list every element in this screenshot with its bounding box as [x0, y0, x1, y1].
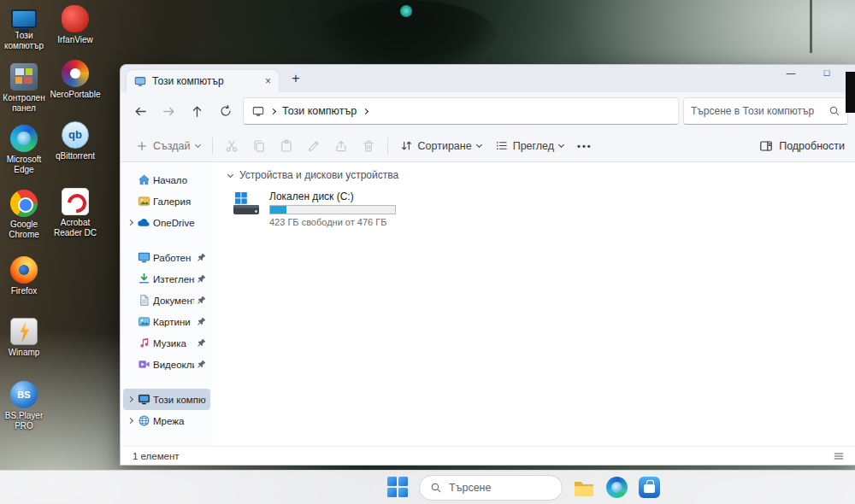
- new-button[interactable]: Създай: [129, 133, 207, 159]
- desktop-icon-microsoft-edge[interactable]: Microsoft Edge: [0, 125, 51, 174]
- sidebar-item-gallery[interactable]: Галерия: [123, 190, 210, 212]
- desktop-icon-google-chrome[interactable]: Google Chrome: [0, 190, 51, 239]
- sidebar-item-home[interactable]: Начало: [123, 169, 210, 190]
- desktop-icon-label: NeroPortable: [48, 90, 103, 100]
- desktop-icon-label: Контролен панел: [0, 93, 51, 113]
- chrome-icon: [10, 190, 38, 217]
- sidebar-item-this-pc[interactable]: Този компютър: [123, 389, 210, 410]
- chevron-down-icon: [194, 142, 200, 148]
- sidebar-item-network[interactable]: Мрежа: [123, 410, 210, 431]
- search-input[interactable]: [691, 105, 823, 117]
- copy-button[interactable]: [245, 133, 273, 159]
- delete-button[interactable]: [355, 133, 382, 159]
- taskbar-edge-button[interactable]: [605, 477, 628, 499]
- sidebar-item-documents[interactable]: Документи: [123, 290, 210, 311]
- address-bar[interactable]: Този компютър: [243, 97, 679, 125]
- paste-button[interactable]: [273, 133, 300, 159]
- rename-button[interactable]: [300, 133, 327, 159]
- desktop-icon-firefox[interactable]: Firefox: [0, 256, 51, 296]
- irfanview-icon: [62, 5, 89, 32]
- files-area: Устройства и дискови устройства: [213, 162, 855, 446]
- desktop-icon-label: Winamp: [0, 348, 51, 358]
- sidebar-item-onedrive[interactable]: OneDrive: [123, 212, 210, 233]
- qbittorrent-icon: [62, 121, 89, 149]
- start-button[interactable]: [386, 477, 409, 499]
- taskbar-store-button[interactable]: [638, 477, 660, 499]
- home-icon: [137, 173, 150, 186]
- chevron-right-icon[interactable]: [127, 419, 134, 423]
- winamp-icon: [10, 318, 38, 345]
- command-bar: Създай Сортиране Преглед: [121, 130, 855, 162]
- group-header-devices[interactable]: Устройства и дискови устройства: [228, 169, 855, 181]
- separator: [387, 138, 388, 155]
- sidebar-item-pictures[interactable]: Картини: [123, 311, 210, 332]
- taskbar-search[interactable]: [419, 475, 563, 501]
- desktop-icon-neroportable[interactable]: NeroPortable: [48, 60, 103, 100]
- view-button[interactable]: Преглед: [488, 133, 570, 159]
- details-view-icon[interactable]: [833, 450, 845, 462]
- pin-icon: [197, 274, 206, 284]
- chevron-down-icon: [476, 142, 482, 148]
- explorer-tab[interactable]: Този компютър ×: [126, 69, 280, 92]
- drive-item-c[interactable]: Локален диск (C:) 423 ГБ свободни от 476…: [228, 188, 412, 230]
- taskbar-search-input[interactable]: [449, 482, 551, 494]
- refresh-button[interactable]: [212, 98, 239, 125]
- desktop-icon-this-pc[interactable]: Този компютър: [0, 5, 51, 50]
- sidebar-item-downloads[interactable]: Изтеглени ф: [123, 268, 210, 290]
- desktop-icon-winamp[interactable]: Winamp: [0, 318, 51, 358]
- sort-button[interactable]: Сортиране: [393, 133, 488, 159]
- sidebar-item-desktop[interactable]: Работен пло: [123, 247, 210, 268]
- desktop-icon-bsplayer[interactable]: BS.Player PRO: [0, 381, 51, 431]
- tab-close-icon[interactable]: ×: [265, 76, 271, 86]
- desktop-folder-icon: [137, 251, 150, 264]
- videos-icon: [137, 358, 150, 371]
- pin-icon: [197, 360, 206, 369]
- chevron-right-icon[interactable]: [127, 220, 134, 225]
- pin-icon: [197, 253, 206, 262]
- search-icon: [828, 105, 840, 117]
- desktop-icon-irfanview[interactable]: IrfanView: [48, 5, 103, 45]
- cut-button[interactable]: [218, 133, 245, 159]
- desktop-icon-label: Microsoft Edge: [0, 155, 51, 174]
- taskbar-file-explorer-button[interactable]: [573, 477, 595, 499]
- chevron-right-icon[interactable]: [127, 397, 134, 401]
- tab-title: Този компютър: [152, 75, 224, 87]
- minimize-button[interactable]: —: [785, 67, 797, 78]
- maximize-button[interactable]: □: [821, 67, 833, 78]
- back-button[interactable]: [127, 98, 154, 125]
- windows-logo-icon: [387, 477, 409, 498]
- sidebar-item-videos[interactable]: Видеоклипо: [123, 354, 210, 375]
- share-button[interactable]: [327, 133, 355, 159]
- details-pane-toggle[interactable]: Подробности: [759, 139, 846, 153]
- firefox-icon: [10, 256, 38, 284]
- new-tab-button[interactable]: +: [285, 71, 307, 86]
- bsplayer-icon: [10, 381, 38, 408]
- wallpaper-pole: [810, 0, 812, 53]
- control-panel-icon: [10, 63, 38, 91]
- desktop-icon-control-panel[interactable]: Контролен панел: [0, 63, 51, 113]
- forward-button[interactable]: [156, 98, 182, 125]
- this-pc-icon: [137, 393, 150, 406]
- desktop-icon-label: Acrobat Reader DC: [48, 218, 103, 237]
- navigation-bar: Този компютър: [121, 92, 855, 130]
- taskbar: [0, 470, 855, 504]
- breadcrumb[interactable]: Този компютър: [282, 105, 357, 117]
- window-controls: — □: [785, 67, 833, 78]
- desktop-icon-label: BS.Player PRO: [0, 411, 51, 431]
- desktop-icon-label: Firefox: [0, 286, 51, 296]
- sidebar-item-music[interactable]: Музика: [123, 332, 210, 354]
- documents-icon: [137, 294, 150, 307]
- this-pc-icon: [134, 75, 146, 87]
- dark-strip: [846, 72, 855, 113]
- desktop-icon-label: Google Chrome: [0, 220, 51, 239]
- chevron-right-icon[interactable]: [363, 108, 369, 114]
- neroportable-icon: [62, 60, 89, 87]
- desktop-icon-qbittorrent[interactable]: qBittorrent: [48, 121, 103, 161]
- gallery-icon: [137, 195, 150, 208]
- desktop-icon-label: Този компютър: [0, 31, 51, 50]
- drive-free-space: 423 ГБ свободни от 476 ГБ: [269, 217, 396, 227]
- more-options-button[interactable]: •••: [570, 133, 599, 159]
- up-button[interactable]: [184, 98, 210, 125]
- desktop-icon-acrobat-reader[interactable]: Acrobat Reader DC: [48, 188, 103, 237]
- this-pc-icon: [252, 105, 264, 117]
